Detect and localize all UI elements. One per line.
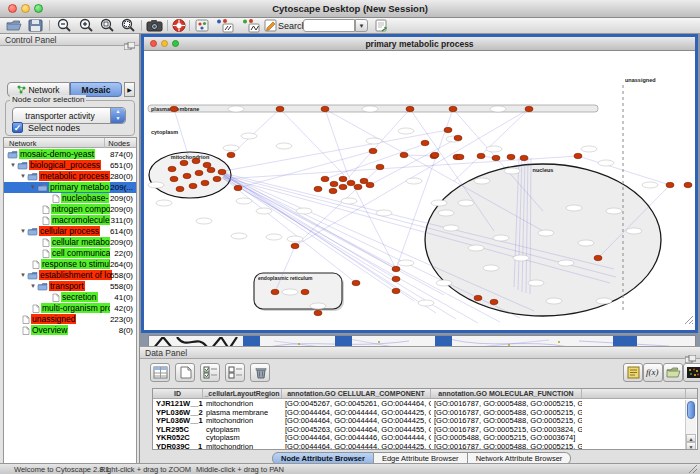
attribute-table-header[interactable]: ID_cellularLayoutRegionannotation.GO CEL…: [153, 389, 697, 399]
graph-node[interactable]: [291, 243, 299, 248]
table-row[interactable]: YPL036W__2plasma membrane[GO:0044464, GO…: [153, 409, 697, 418]
expander-icon[interactable]: ▼: [20, 171, 27, 182]
table-column-header[interactable]: annotation.GO MOLECULAR_FUNCTION: [431, 389, 582, 398]
expander-icon[interactable]: ▼: [30, 182, 37, 193]
graph-node[interactable]: [392, 266, 400, 271]
graph-node[interactable]: [369, 148, 377, 153]
search-input[interactable]: [303, 19, 355, 32]
tree-header[interactable]: Network Nodes: [4, 138, 136, 148]
tree-row[interactable]: nucleobase-209(0): [4, 193, 136, 204]
graph-node[interactable]: [276, 106, 284, 111]
tree-row[interactable]: ▼transport558(0): [4, 281, 136, 292]
graph-node[interactable]: [201, 180, 209, 185]
new-attribute-icon[interactable]: [175, 363, 195, 382]
tab-overflow-arrow[interactable]: ▶: [124, 82, 135, 97]
graph-node[interactable]: [176, 186, 184, 191]
graph-node[interactable]: [339, 176, 347, 181]
tree-row[interactable]: ▼cellular process614(0): [4, 226, 136, 237]
graph-node[interactable]: [594, 255, 602, 260]
graph-node[interactable]: [507, 154, 515, 159]
app-resize-grip[interactable]: [688, 464, 698, 474]
graph-node[interactable]: [189, 183, 197, 188]
graph-node[interactable]: [314, 310, 322, 315]
graph-node[interactable]: [339, 184, 347, 189]
graph-node[interactable]: [301, 289, 309, 294]
tree-row[interactable]: macromolecule311(0): [4, 215, 136, 226]
graph-node[interactable]: [406, 106, 414, 111]
search-dropdown-button[interactable]: ▼: [355, 19, 368, 32]
graph-node[interactable]: [330, 181, 338, 186]
table-column-header[interactable]: [582, 389, 686, 398]
graph-node[interactable]: [352, 280, 360, 285]
delete-attribute-icon[interactable]: [250, 363, 270, 382]
background-window-edge[interactable]: [613, 336, 637, 346]
graph-node[interactable]: [392, 276, 400, 281]
graph-node[interactable]: [354, 184, 362, 189]
save-icon[interactable]: [26, 18, 46, 33]
expander-icon[interactable]: ▼: [10, 160, 17, 171]
layout-attribute-1-icon[interactable]: [214, 18, 234, 33]
tree-row[interactable]: secretion41(0): [4, 292, 136, 303]
select-attributes-icon[interactable]: [200, 363, 220, 382]
table-row[interactable]: YPL036W__1mitochondrion[GO:0044464, GO:0…: [153, 417, 697, 426]
import-network-icon[interactable]: [372, 18, 392, 33]
graph-node[interactable]: [477, 153, 485, 158]
tree-row[interactable]: cellular metabo209(0): [4, 237, 136, 248]
graph-node[interactable]: [207, 167, 215, 172]
view-resize-grip[interactable]: [684, 311, 694, 329]
expander-icon[interactable]: ▼: [20, 270, 27, 281]
graph-node[interactable]: [400, 152, 408, 157]
table-column-header[interactable]: annotation.GO CELLULAR_COMPONENT: [282, 389, 431, 398]
scroll-down-icon[interactable]: ▼: [686, 442, 696, 450]
graph-node[interactable]: [490, 299, 498, 304]
graph-node[interactable]: [376, 164, 384, 169]
background-window-edge[interactable]: [435, 336, 452, 346]
graph-node[interactable]: [227, 152, 235, 157]
graph-node[interactable]: [431, 152, 439, 157]
graph-node[interactable]: [321, 106, 329, 111]
select-nodes-checkbox[interactable]: ✓: [12, 122, 23, 133]
table-column-header[interactable]: ID: [153, 389, 203, 398]
attribute-matrix-icon[interactable]: [683, 363, 700, 382]
graph-node[interactable]: [180, 160, 188, 165]
graph-node[interactable]: [444, 127, 452, 132]
graph-node[interactable]: [321, 176, 329, 181]
graph-node[interactable]: [474, 295, 482, 300]
attribute-notes-icon[interactable]: [623, 363, 643, 382]
graph-node[interactable]: [213, 176, 221, 181]
table-row[interactable]: YDR039C__1mitochondrion[GO:0044464, GO:0…: [153, 443, 697, 450]
graph-node[interactable]: [271, 289, 279, 294]
graph-node[interactable]: [170, 176, 178, 181]
expander-icon[interactable]: ▼: [20, 226, 27, 237]
graph-node[interactable]: [170, 106, 178, 111]
graph-node[interactable]: [314, 186, 322, 191]
background-window-edge[interactable]: [243, 336, 260, 346]
table-scrollbar[interactable]: ▲ ▼: [685, 400, 696, 450]
zoom-fit-icon[interactable]: [119, 18, 139, 33]
scrollbar-thumb[interactable]: [687, 401, 695, 419]
graph-node[interactable]: [574, 153, 582, 158]
table-row[interactable]: YJR121W__1mitochondrion[GO:0045267, GO:0…: [153, 400, 697, 409]
graph-node[interactable]: [449, 106, 457, 111]
graph-node[interactable]: [203, 162, 211, 167]
zoom-out-icon[interactable]: [55, 18, 75, 33]
table-column-header[interactable]: _cellularLayoutRegion: [203, 389, 282, 398]
network-view-titlebar[interactable]: primary metabolic process: [144, 37, 695, 51]
network-view-window[interactable]: primary metabolic process plasma membran…: [141, 34, 698, 333]
tree-row[interactable]: cell communicat22(0): [4, 248, 136, 259]
tree-row[interactable]: unassigned223(0): [4, 314, 136, 325]
table-row[interactable]: YLR295Ccytoplasm[GO:0045263, GO:0044464,…: [153, 426, 697, 435]
help-lifering-icon[interactable]: [170, 18, 190, 33]
graph-node[interactable]: [195, 170, 203, 175]
tree-row[interactable]: nitrogen compo209(0): [4, 204, 136, 215]
unselect-attributes-icon[interactable]: [225, 363, 245, 382]
import-attributes-icon[interactable]: [663, 363, 683, 382]
tree-row[interactable]: response to stimulu264(0): [4, 259, 136, 270]
graph-node[interactable]: [183, 173, 191, 178]
attribute-table[interactable]: ID_cellularLayoutRegionannotation.GO CEL…: [152, 388, 698, 450]
tree-row[interactable]: multi-organism pro42(0): [4, 303, 136, 314]
graph-node[interactable]: [392, 288, 400, 293]
expander-icon[interactable]: ▼: [30, 281, 37, 292]
zoom-selected-icon[interactable]: [98, 18, 118, 33]
background-window-edge[interactable]: [335, 336, 352, 346]
